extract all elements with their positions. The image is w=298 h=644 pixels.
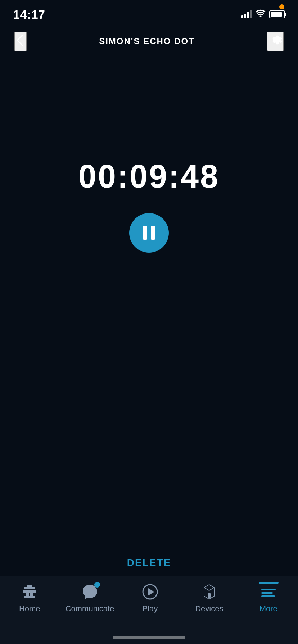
pause-icon bbox=[143, 226, 155, 240]
nav-label-more: More bbox=[259, 604, 277, 613]
battery-icon bbox=[269, 10, 285, 18]
nav-label-devices: Devices bbox=[195, 604, 223, 613]
nav-label-play: Play bbox=[142, 604, 158, 613]
devices-icon bbox=[200, 583, 218, 601]
more-line-1 bbox=[261, 589, 276, 590]
communicate-icon bbox=[81, 583, 99, 601]
nav-label-home: Home bbox=[19, 604, 40, 613]
delete-button[interactable]: DELETE bbox=[127, 557, 171, 569]
svg-point-0 bbox=[260, 16, 262, 18]
more-icon bbox=[259, 583, 278, 601]
main-content: 00:09:48 bbox=[0, 58, 298, 253]
signal-bar-2 bbox=[244, 14, 246, 18]
more-line-3 bbox=[261, 595, 275, 597]
battery-fill bbox=[271, 12, 282, 17]
status-icons bbox=[241, 9, 285, 19]
timer-display: 00:09:48 bbox=[78, 158, 220, 195]
home-icon bbox=[20, 583, 39, 601]
wifi-icon bbox=[256, 9, 266, 19]
battery-body bbox=[269, 10, 285, 18]
svg-marker-8 bbox=[148, 588, 154, 595]
svg-rect-4 bbox=[30, 593, 33, 598]
status-time: 14:17 bbox=[13, 8, 45, 22]
signal-bar-4 bbox=[250, 10, 252, 18]
nav-item-devices[interactable]: Devices bbox=[186, 583, 232, 613]
svg-rect-1 bbox=[24, 596, 35, 598]
svg-rect-3 bbox=[26, 593, 29, 598]
svg-rect-9 bbox=[208, 593, 211, 598]
home-indicator bbox=[113, 636, 185, 639]
more-line-2 bbox=[261, 592, 273, 594]
nav-label-communicate: Communicate bbox=[66, 604, 114, 613]
header: SIMON'S ECHO DOT bbox=[0, 25, 298, 58]
pause-button[interactable] bbox=[129, 213, 169, 253]
settings-button[interactable] bbox=[267, 32, 284, 51]
signal-bar-1 bbox=[241, 15, 243, 18]
orange-dot bbox=[279, 4, 284, 9]
delete-container: DELETE bbox=[0, 557, 298, 569]
communicate-badge bbox=[94, 582, 100, 588]
nav-item-home[interactable]: Home bbox=[6, 583, 53, 613]
play-icon bbox=[141, 583, 159, 601]
bottom-nav: Home Communicate Play Dev bbox=[0, 576, 298, 644]
nav-item-more[interactable]: More bbox=[245, 583, 292, 613]
back-button[interactable] bbox=[14, 32, 27, 51]
signal-bar-3 bbox=[247, 12, 249, 18]
pause-bar-right bbox=[151, 226, 155, 240]
svg-rect-2 bbox=[23, 590, 36, 593]
signal-icon bbox=[241, 10, 252, 18]
pause-bar-left bbox=[143, 226, 147, 240]
status-bar: 14:17 bbox=[0, 0, 298, 25]
nav-item-communicate[interactable]: Communicate bbox=[66, 583, 114, 613]
page-title: SIMON'S ECHO DOT bbox=[99, 36, 195, 46]
nav-item-play[interactable]: Play bbox=[127, 583, 173, 613]
svg-rect-6 bbox=[27, 585, 32, 588]
